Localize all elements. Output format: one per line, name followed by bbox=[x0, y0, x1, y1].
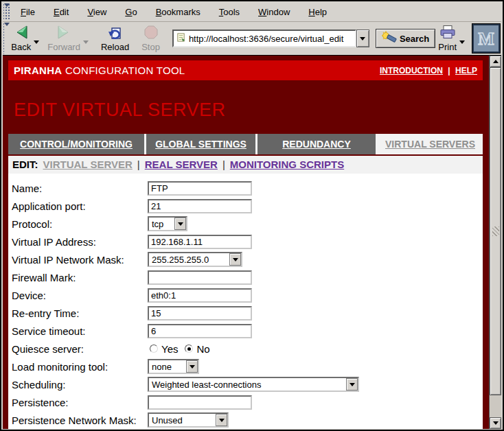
vip-netmask-select[interactable]: 255.255.255.0 bbox=[148, 252, 242, 267]
scheduling-select[interactable]: Weighted least-connections bbox=[148, 377, 359, 392]
name-input[interactable] bbox=[148, 181, 252, 196]
edit-prefix: EDIT: bbox=[12, 159, 38, 170]
virtual-ip-label: Virtual IP Address: bbox=[12, 236, 148, 248]
reentry-time-label: Re-entry Time: bbox=[12, 307, 148, 319]
help-link[interactable]: HELP bbox=[455, 66, 477, 75]
menu-bookmarks[interactable]: Bookmarks bbox=[156, 7, 201, 17]
scheduling-label: Scheduling: bbox=[12, 379, 148, 391]
menu-view[interactable]: View bbox=[87, 7, 106, 17]
reentry-time-input[interactable] bbox=[148, 306, 252, 321]
browser-window: File Edit View Go Bookmarks Tools Window… bbox=[0, 0, 504, 431]
url-history-dropdown[interactable] bbox=[356, 30, 369, 47]
quiesce-no-radio[interactable]: No bbox=[185, 343, 209, 355]
tab-global-settings[interactable]: GLOBAL SETTINGS bbox=[146, 134, 255, 154]
subnav-virtual-server: VIRTUAL SERVER bbox=[43, 159, 133, 170]
persistence-netmask-label: Persistence Network Mask: bbox=[12, 415, 148, 426]
introduction-link[interactable]: INTRODUCTION bbox=[380, 66, 443, 75]
url-bar: http://localhost:3636/secure/virtual_edi… bbox=[172, 30, 369, 47]
application-port-input[interactable] bbox=[148, 199, 252, 213]
radio-icon bbox=[185, 345, 193, 353]
persistence-input[interactable] bbox=[148, 395, 252, 410]
service-timeout-input[interactable] bbox=[148, 324, 252, 338]
forward-button[interactable]: Forward bbox=[45, 23, 83, 54]
form-row: Name: bbox=[12, 179, 483, 197]
scroll-up-button[interactable] bbox=[490, 56, 501, 67]
browser-viewport: PIRANHA CONFIGURATION TOOL INTRODUCTION … bbox=[3, 55, 501, 429]
device-input[interactable] bbox=[148, 288, 252, 303]
subnav-monitoring-scripts-link[interactable]: MONITORING SCRIPTS bbox=[230, 159, 344, 170]
subnav-separator: | bbox=[222, 159, 225, 170]
search-button[interactable]: Search bbox=[376, 29, 435, 48]
print-dropdown-arrow[interactable] bbox=[459, 40, 465, 47]
print-button[interactable]: Print bbox=[435, 23, 459, 54]
load-monitoring-select[interactable]: none bbox=[148, 359, 199, 374]
toolbar-grippy[interactable] bbox=[3, 3, 11, 21]
menu-help[interactable]: Help bbox=[308, 7, 327, 17]
tab-control-monitoring[interactable]: CONTROL/MONITORING bbox=[8, 134, 144, 154]
tab-redundancy[interactable]: REDUNDANCY bbox=[257, 134, 376, 154]
scroll-down-button[interactable] bbox=[490, 417, 501, 429]
virtual-server-form: Name: Application port: Protocol: tcp Vi… bbox=[8, 174, 483, 429]
menu-edit[interactable]: Edit bbox=[54, 7, 69, 17]
piranha-page: PIRANHA CONFIGURATION TOOL INTRODUCTION … bbox=[3, 56, 489, 429]
form-row: Virtual IP Network Mask: 255.255.255.0 bbox=[12, 251, 483, 268]
subnav-real-server-link[interactable]: REAL SERVER bbox=[145, 159, 218, 170]
reload-icon bbox=[107, 25, 124, 43]
firewall-mark-input[interactable] bbox=[148, 270, 252, 285]
navigation-toolbar: Back Forward Reload bbox=[3, 22, 501, 55]
menu-bar: File Edit View Go Bookmarks Tools Window… bbox=[3, 3, 501, 22]
form-row: Persistence Network Mask: Unused bbox=[12, 411, 483, 429]
menu-tools[interactable]: Tools bbox=[219, 7, 240, 17]
name-label: Name: bbox=[12, 183, 148, 194]
form-row: Load monitoring tool: none bbox=[12, 358, 483, 375]
protocol-label: Protocol: bbox=[12, 218, 148, 230]
main-tab-bar: CONTROL/MONITORING GLOBAL SETTINGS REDUN… bbox=[8, 134, 483, 154]
down-arrow-icon bbox=[493, 421, 499, 428]
toolbar-grippy[interactable] bbox=[3, 23, 4, 54]
tab-virtual-servers[interactable]: VIRTUAL SERVERS bbox=[378, 134, 483, 154]
link-separator: | bbox=[448, 66, 450, 75]
virtual-ip-input[interactable] bbox=[148, 235, 252, 249]
quiesce-radio-group: Yes No bbox=[150, 343, 210, 355]
dropdown-arrow-icon bbox=[186, 360, 198, 373]
scrollbar-thumb[interactable] bbox=[490, 67, 501, 395]
mozilla-throbber-logo[interactable]: M bbox=[472, 23, 501, 54]
quiesce-server-label: Quiesce server: bbox=[12, 343, 148, 355]
load-monitoring-label: Load monitoring tool: bbox=[12, 361, 148, 373]
search-icon bbox=[382, 31, 397, 46]
application-port-label: Application port: bbox=[12, 200, 148, 212]
form-row: Device: bbox=[12, 286, 483, 304]
back-button[interactable]: Back bbox=[8, 23, 34, 54]
app-header-bar: PIRANHA CONFIGURATION TOOL INTRODUCTION … bbox=[8, 60, 483, 80]
url-input[interactable]: http://localhost:3636/secure/virtual_edi… bbox=[172, 30, 356, 47]
subnav-separator: | bbox=[137, 159, 140, 170]
menu-file[interactable]: File bbox=[21, 7, 35, 17]
persistence-netmask-select[interactable]: Unused bbox=[148, 412, 229, 428]
reload-button[interactable]: Reload bbox=[98, 23, 132, 54]
vertical-scrollbar[interactable] bbox=[489, 56, 501, 429]
device-label: Device: bbox=[12, 290, 148, 301]
menu-window[interactable]: Window bbox=[258, 7, 290, 17]
forward-dropdown-arrow[interactable] bbox=[83, 40, 89, 47]
form-row: Service timeout: bbox=[12, 322, 483, 340]
form-row: Virtual IP Address: bbox=[12, 233, 483, 251]
dropdown-arrow-icon bbox=[229, 253, 241, 266]
stop-button[interactable]: Stop bbox=[139, 23, 163, 54]
form-row: Scheduling: Weighted least-connections bbox=[12, 375, 483, 393]
form-row: Firewall Mark: bbox=[12, 268, 483, 286]
quiesce-yes-radio[interactable]: Yes bbox=[150, 343, 178, 355]
form-row: Persistence: bbox=[12, 393, 483, 411]
protocol-select[interactable]: tcp bbox=[148, 216, 187, 231]
back-icon bbox=[13, 25, 30, 43]
persistence-label: Persistence: bbox=[12, 397, 148, 408]
form-row: Protocol: tcp bbox=[12, 215, 483, 233]
menu-go[interactable]: Go bbox=[125, 7, 137, 17]
edit-subnav: EDIT: VIRTUAL SERVER | REAL SERVER | MON… bbox=[8, 156, 483, 174]
service-timeout-label: Service timeout: bbox=[12, 325, 148, 337]
forward-icon bbox=[56, 25, 72, 43]
firewall-mark-label: Firewall Mark: bbox=[12, 272, 148, 283]
radio-icon bbox=[150, 345, 158, 353]
url-page-icon bbox=[176, 32, 186, 45]
form-row: Quiesce server: Yes No bbox=[12, 340, 483, 358]
back-dropdown-arrow[interactable] bbox=[34, 40, 39, 47]
